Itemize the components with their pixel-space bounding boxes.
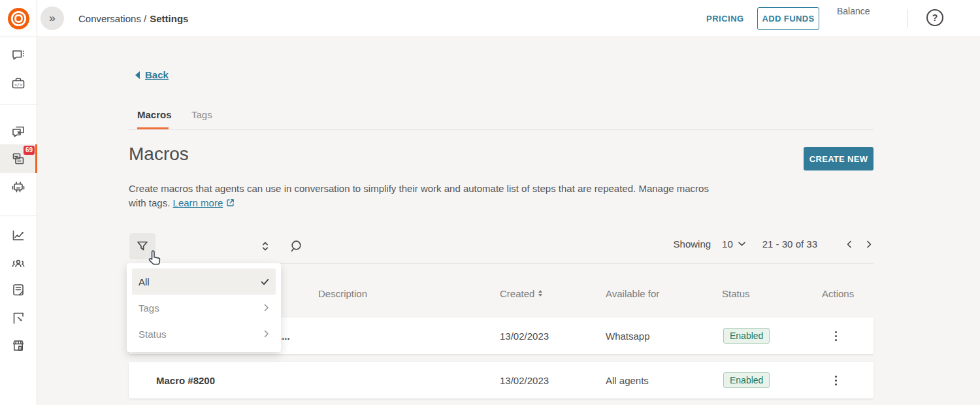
- main-content: Back Macros Tags Macros CREATE NEW Creat…: [37, 37, 980, 405]
- help-button[interactable]: ?: [926, 9, 943, 26]
- chevrons-right-icon: »: [49, 12, 55, 25]
- page-description: Create macros that agents can use in con…: [129, 182, 713, 210]
- kebab-icon: [835, 331, 837, 333]
- filter-option-tags[interactable]: Tags: [132, 295, 276, 321]
- book-icon: [10, 282, 26, 298]
- brand-logo[interactable]: [0, 0, 37, 37]
- sidebar-item-inbox-active[interactable]: 69: [0, 144, 37, 173]
- top-bar: » Conversations / Settings PRICING ADD F…: [0, 0, 980, 37]
- triangle-left-icon: [134, 71, 140, 80]
- svg-text:</>: </>: [14, 82, 22, 88]
- breadcrumb-page: Settings: [150, 13, 188, 24]
- chevron-right-icon: [264, 330, 269, 338]
- sidebar-nav: </> 69: [0, 37, 37, 405]
- macro-available-for: All agents: [606, 375, 722, 386]
- external-link-icon: [225, 198, 235, 208]
- row-actions-menu-button[interactable]: [827, 372, 844, 389]
- sidebar-item-people[interactable]: [0, 255, 37, 271]
- tab-bar: Macros Tags: [129, 108, 874, 130]
- tab-macros[interactable]: Macros: [137, 109, 172, 120]
- back-label: Back: [145, 69, 169, 80]
- column-header-status: Status: [722, 288, 822, 299]
- active-tab-underline: [137, 127, 169, 129]
- macro-created: 13/02/2023: [500, 331, 606, 342]
- row-actions-menu-button[interactable]: [827, 327, 844, 344]
- column-header-description: Description: [318, 288, 500, 299]
- macro-created: 13/02/2023: [500, 375, 606, 386]
- app-window: » Conversations / Settings PRICING ADD F…: [0, 0, 980, 405]
- sort-button[interactable]: [257, 238, 273, 256]
- question-mark-icon: ?: [932, 12, 938, 23]
- search-icon: [289, 238, 304, 254]
- sidebar-divider: [0, 216, 37, 216]
- kebab-icon: [835, 376, 837, 378]
- chevron-left-icon: [845, 240, 854, 249]
- chevron-right-icon: [864, 240, 874, 249]
- macro-name: Macro #8200: [129, 375, 318, 386]
- macro-available-for: Whatsapp: [606, 331, 722, 342]
- sidebar-item-conversations[interactable]: [0, 124, 37, 140]
- breadcrumb: Conversations / Settings: [78, 0, 188, 37]
- chevron-right-icon: [264, 304, 269, 312]
- sidebar-divider: [0, 105, 37, 105]
- chat-dots-icon: [10, 48, 26, 63]
- sidebar-expand-button[interactable]: »: [41, 7, 64, 30]
- table-row[interactable]: Macro #8200 13/02/2023 All agents Enable…: [129, 362, 874, 398]
- page-range-label: 21 - 30 of 33: [762, 238, 817, 250]
- topbar-divider: [907, 9, 908, 27]
- sidebar-item-chats[interactable]: [0, 48, 37, 63]
- unfold-sort-icon: [257, 238, 273, 254]
- add-funds-button[interactable]: ADD FUNDS: [757, 7, 819, 30]
- checkmark-icon: [261, 278, 269, 285]
- column-header-actions: Actions: [822, 288, 874, 299]
- previous-page-button[interactable]: [845, 240, 854, 249]
- people-icon: [10, 255, 26, 271]
- chat-duplicate-icon: [10, 124, 26, 140]
- breadcrumb-section: Conversations /: [78, 13, 146, 24]
- robot-icon: [10, 180, 26, 195]
- page-size-value: 10: [722, 238, 733, 250]
- balance-label: Balance: [837, 6, 870, 16]
- flag-cursor-icon: [10, 310, 26, 326]
- sidebar-item-developer-tools[interactable]: </>: [0, 76, 37, 91]
- line-chart-icon: [10, 227, 26, 243]
- mouse-cursor-hand-icon: [145, 248, 165, 268]
- filter-option-all[interactable]: All: [132, 268, 276, 295]
- page-size-select[interactable]: 10: [722, 238, 745, 250]
- sort-arrows-icon: [538, 290, 542, 297]
- pricing-link[interactable]: PRICING: [706, 0, 744, 37]
- search-button[interactable]: [289, 238, 304, 256]
- sidebar-item-catalog[interactable]: [0, 282, 37, 298]
- column-header-created[interactable]: Created: [500, 288, 606, 299]
- storefront-icon: [10, 338, 26, 353]
- showing-label: Showing: [674, 238, 711, 250]
- tab-tags[interactable]: Tags: [191, 109, 212, 120]
- filter-dropdown-menu: All Tags Status: [127, 263, 281, 352]
- back-link[interactable]: Back: [134, 69, 169, 80]
- filter-option-status[interactable]: Status: [132, 321, 276, 347]
- active-indicator-bar: [35, 144, 37, 173]
- status-badge: Enabled: [723, 372, 770, 388]
- learn-more-link[interactable]: Learn more: [173, 197, 223, 208]
- column-header-available-for: Available for: [606, 288, 722, 299]
- sidebar-item-shop[interactable]: [0, 338, 37, 353]
- code-briefcase-icon: </>: [10, 76, 26, 91]
- notification-badge: 69: [24, 146, 35, 155]
- next-page-button[interactable]: [864, 240, 874, 249]
- status-badge: Enabled: [723, 328, 770, 344]
- sidebar-item-flows[interactable]: [0, 310, 37, 326]
- sidebar-item-analytics[interactable]: [0, 227, 37, 243]
- table-toolbar: Showing 10 21 - 30 of 33: [129, 233, 874, 264]
- sidebar-item-chatbots[interactable]: [0, 180, 37, 195]
- create-new-button[interactable]: CREATE NEW: [804, 147, 874, 170]
- brand-logo-icon: [7, 7, 30, 30]
- page-title: Macros: [129, 144, 189, 165]
- pagination: Showing 10 21 - 30 of 33: [674, 238, 874, 250]
- chevron-down-icon: [738, 242, 745, 246]
